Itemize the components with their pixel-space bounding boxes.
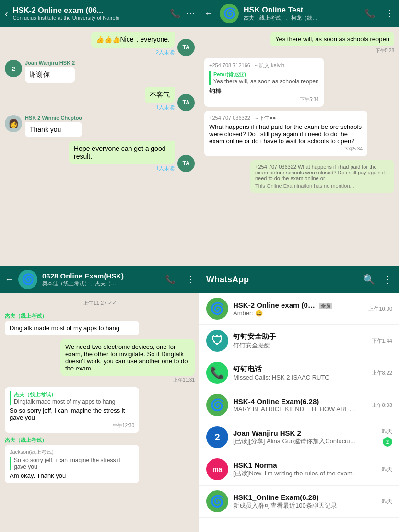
list-item[interactable]: 📞 钉钉电话 Missed Calls: HSK 2 ISAAC RUTO 上午…: [200, 357, 399, 389]
chat-time: 昨天: [382, 428, 392, 435]
avatar: 🌀: [206, 298, 228, 320]
chat-messages-area: Yes there will, as soon as schools reope…: [200, 27, 399, 266]
back-icon[interactable]: ←: [5, 275, 13, 285]
avatar: 2: [5, 60, 22, 77]
more-icon[interactable]: ⋮: [186, 274, 195, 285]
chat-time: 上午8:03: [372, 402, 392, 409]
message-item: +254 708 712166 ～凯文 kelvin Peter(肯尼亚) Ye…: [204, 58, 324, 107]
timestamp: 上午11:27 ✓✓: [5, 300, 195, 307]
avatar: TA: [177, 39, 195, 56]
list-item[interactable]: ma HSK1 Norma [已读]Now, I'm writing the r…: [200, 453, 399, 486]
more-icon[interactable]: ⋮: [383, 274, 392, 285]
message-item: 2 Joan Wanjiru HSK 2 谢谢你: [5, 60, 195, 83]
chat-subtitle: 杰夫（线上考试）、柯龙（线…: [244, 14, 360, 22]
unread-count: 2人未读: [91, 49, 175, 56]
message-item: +254 707 036322 What happens if i had pa…: [250, 160, 394, 193]
message-text: What happens if i had paid for the exam …: [209, 123, 363, 145]
message-item: 杰夫（线上考试） Dingtalk made most of my apps t…: [5, 312, 195, 335]
chat-preview: Amber: 😀: [233, 310, 364, 317]
message-item: Hope everyone can get a good result. 1人未…: [69, 141, 195, 172]
chat-meta: 上午8:22: [372, 370, 392, 377]
message-item: 不客气 1人未读 TA: [145, 87, 195, 111]
back-icon[interactable]: ‹: [5, 8, 8, 19]
message-text: So so sorry jeff, i can imagine the stre…: [10, 407, 134, 421]
list-item[interactable]: 🌀 HSK1_Online Exam(6.28) 新成员入群可查看最近100条聊…: [200, 486, 399, 518]
sender-name: HSK 2 Winnie Cheptoo: [25, 115, 82, 121]
chat-meta: 昨天: [382, 498, 392, 505]
message-item: 杰夫（线上考试） Dingtalk made most of my apps t…: [5, 387, 139, 433]
header-info: HSK Online Test 杰夫（线上考试）、柯龙（线…: [244, 6, 360, 22]
group-avatar: 🌀: [220, 4, 239, 23]
message-text: Am okay. Thank you: [10, 472, 134, 479]
chat-name: 钉钉安全助手: [233, 332, 367, 341]
chat-preview: [已读][分享] Alina Guo邀请你加入Confuciu…: [233, 437, 377, 446]
chat-messages-area: 👍👍👍Nice，everyone. 2人未读 TA 2 Joan Wanjiru…: [0, 27, 200, 266]
unread-count: 1人未读: [69, 165, 175, 172]
avatar: TA: [177, 94, 195, 111]
avatar: 👩: [5, 115, 22, 132]
quoted-text: Yes there will, as soon as schools reope…: [213, 78, 319, 85]
avatar: 📞: [206, 362, 228, 384]
avatar: 2: [206, 426, 228, 448]
bubble-outgoing: 👍👍👍Nice，everyone.: [91, 32, 175, 48]
chat-time: 上午8:22: [372, 370, 392, 377]
chat-preview: Missed Calls: HSK 2 ISAAC RUTO: [233, 374, 367, 381]
quoted-sender: 杰夫（线上考试）: [14, 391, 134, 398]
chat-meta: 上午10:00: [368, 305, 392, 312]
avatar: ma: [206, 458, 228, 480]
message-time: 下午5:34: [209, 96, 319, 103]
back-icon[interactable]: ←: [204, 9, 213, 19]
chat-meta: 上午8:03: [372, 402, 392, 409]
more-icon[interactable]: ⋯: [186, 8, 195, 19]
bubble-incoming: Dingtalk made most of my apps to hang: [5, 321, 139, 335]
chat-name: HSK-2 Online exam (0… 全员: [233, 301, 364, 310]
avatar: 🛡: [206, 330, 228, 352]
header-info: HSK-2 Online exam (06... Confucius Insti…: [13, 6, 165, 21]
chat-preview: 钉钉安全提醒: [233, 341, 367, 350]
sender-name: Joan Wanjiru HSK 2: [25, 60, 75, 66]
list-item[interactable]: 🌀 HSK-2 Online exam (0… 全员 Amber: 😀 上午10…: [200, 293, 399, 325]
message-item: We need two electronic devices, one for …: [60, 339, 195, 383]
chat-subtitle: 奥本佳（线上考试）、杰夫（…: [42, 280, 160, 287]
call-icon[interactable]: 📞: [170, 8, 180, 19]
avatar: TA: [177, 155, 195, 172]
chat-list-header: WhatsApp 🔍 ⋮: [200, 266, 399, 293]
quoted-content: 杰夫（线上考试） Dingtalk made most of my apps t…: [10, 391, 134, 405]
list-item[interactable]: 🌀 HSK-4 Online Exam(6.28) MARY BEATRICE …: [200, 389, 399, 421]
call-icon[interactable]: 📞: [165, 274, 176, 285]
message-text: +254 707 036322 What happens if i had pa…: [255, 164, 389, 181]
chat-info: HSK1_Online Exam(6.28) 新成员入群可查看最近100条聊天记…: [233, 493, 377, 510]
chat-time: 下午1:44: [372, 337, 392, 345]
top-left-header: ‹ HSK-2 Online exam (06... Confucius Ins…: [0, 0, 200, 27]
chat-meta: 昨天 2: [382, 428, 392, 447]
chat-title: HSK-2 Online exam (06...: [13, 6, 165, 15]
chat-preview: 新成员入群可查看最近100条聊天记录: [233, 501, 377, 510]
message-time: 中午12:30: [10, 422, 134, 429]
bubble-outgoing: Yes there will, as soon as schools reope…: [270, 32, 394, 46]
app-title: WhatsApp: [206, 275, 363, 285]
message-item: +254 707 036322 ～下午●● What happens if i …: [204, 111, 367, 156]
group-avatar: 🌀: [18, 270, 37, 289]
list-item[interactable]: 🛡 钉钉安全助手 钉钉安全提醒 下午1:44: [200, 325, 399, 357]
sender-alias: ～凯文 kelvin: [254, 62, 284, 68]
avatar: 🌀: [206, 490, 228, 512]
more-icon[interactable]: ⋮: [386, 8, 394, 19]
bottom-right-chat-list: WhatsApp 🔍 ⋮ 🌀 HSK-2 Online exam (0… 全员 …: [200, 266, 399, 532]
top-left-chat: ‹ HSK-2 Online exam (06... Confucius Ins…: [0, 0, 200, 266]
message-item: 👍👍👍Nice，everyone. 2人未读 TA: [91, 32, 195, 56]
chat-subtitle: Confucius Institute at the University of…: [13, 15, 165, 21]
message-time: 下午5:34: [209, 146, 363, 152]
bubble-incoming: 谢谢你: [25, 67, 75, 83]
message-text: 钓棒: [209, 87, 319, 95]
list-item[interactable]: 2 Joan Wanjiru HSK 2 [已读][分享] Alina Guo邀…: [200, 421, 399, 453]
sender-label: 杰夫（线上考试）: [5, 437, 195, 444]
message-time: 下午5:28: [270, 47, 394, 54]
bubble-incoming: Thank you: [25, 122, 82, 137]
search-icon[interactable]: 🔍: [363, 274, 375, 285]
call-icon[interactable]: 📞: [364, 8, 375, 19]
chat-info: 钉钉电话 Missed Calls: HSK 2 ISAAC RUTO: [233, 365, 367, 381]
bottom-left-chat: ← 🌀 0628 Online Exam(HSK) 奥本佳（线上考试）、杰夫（……: [0, 266, 200, 532]
chat-time: 昨天: [382, 466, 392, 473]
sender-info: +254 708 712166 ～凯文 kelvin: [209, 62, 319, 69]
quoted-ref: Jackson(线上考试): [10, 449, 134, 456]
